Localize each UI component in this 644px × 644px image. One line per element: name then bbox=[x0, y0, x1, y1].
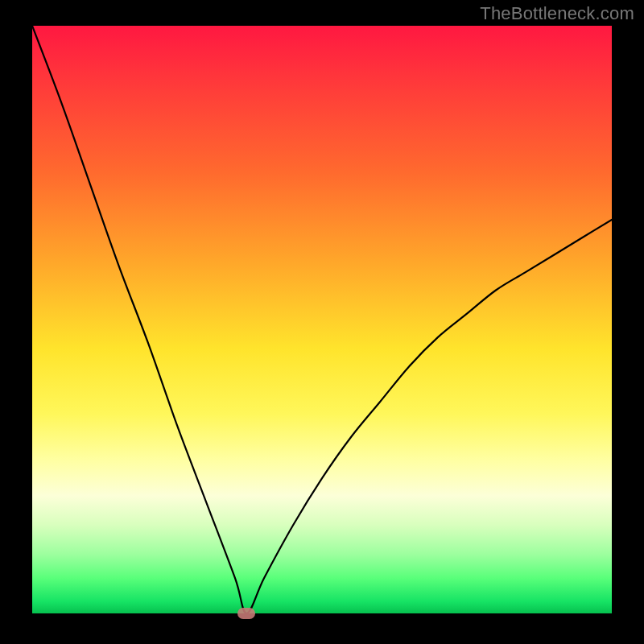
bottleneck-curve bbox=[32, 26, 612, 613]
plot-area bbox=[32, 26, 612, 613]
optimal-point-marker bbox=[237, 608, 255, 619]
chart-frame: TheBottleneck.com bbox=[0, 0, 644, 644]
watermark-text: TheBottleneck.com bbox=[480, 3, 634, 24]
curve-svg bbox=[32, 26, 612, 613]
